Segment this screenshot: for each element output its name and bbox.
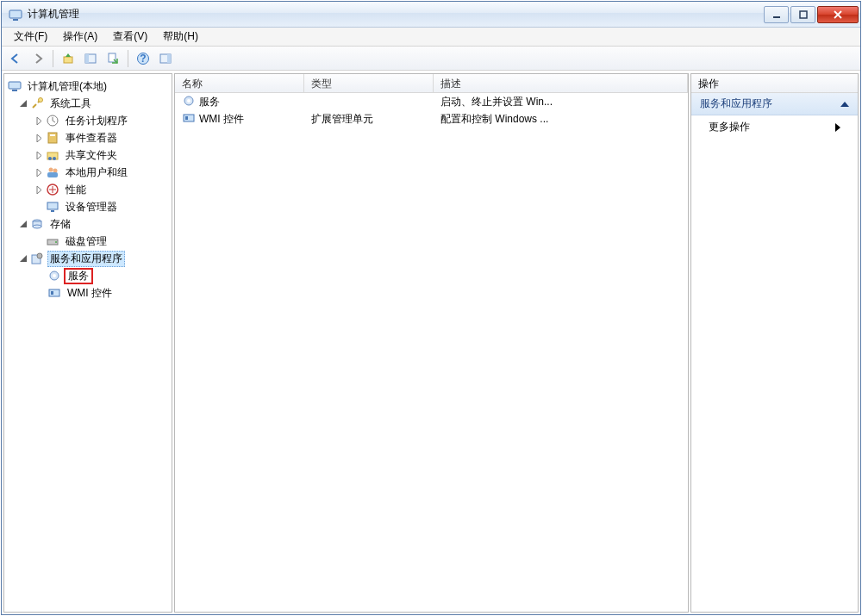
svg-rect-2 xyxy=(773,16,780,18)
svg-point-21 xyxy=(49,168,53,172)
tree-node-shared-folders[interactable]: 共享文件夹 xyxy=(6,146,170,164)
tree-label: 系统工具 xyxy=(47,96,94,112)
computer-management-window: 计算机管理 文件(F) 操作(A) 查看(V) 帮助(H) ? xyxy=(1,1,861,615)
svg-point-35 xyxy=(53,274,56,277)
expand-icon[interactable] xyxy=(34,150,44,160)
spacer xyxy=(34,236,44,246)
expand-icon[interactable] xyxy=(34,167,44,177)
expand-icon[interactable] xyxy=(34,115,44,126)
svg-rect-36 xyxy=(49,289,59,296)
svg-point-33 xyxy=(37,253,42,258)
main-area: 计算机管理(本地) 系统工具 任务计划程序 事件查看器 xyxy=(2,71,860,614)
collapse-icon xyxy=(840,102,849,107)
svg-point-20 xyxy=(53,157,56,160)
tree-node-task-scheduler[interactable]: 任务计划程序 xyxy=(6,112,170,129)
expand-icon[interactable] xyxy=(34,184,44,195)
menu-action[interactable]: 操作(A) xyxy=(56,28,104,46)
menu-view[interactable]: 查看(V) xyxy=(106,28,154,46)
window-buttons xyxy=(764,6,859,23)
tree-label: 任务计划程序 xyxy=(63,113,130,129)
tree-label: 服务 xyxy=(65,269,92,283)
tree-node-services-apps[interactable]: 服务和应用程序 xyxy=(6,250,170,267)
tree-label: 本地用户和组 xyxy=(63,165,130,181)
up-button[interactable] xyxy=(58,48,78,69)
shared-folder-icon xyxy=(46,148,59,162)
toolbar-separator xyxy=(128,50,128,67)
navigation-tree[interactable]: 计算机管理(本地) 系统工具 任务计划程序 事件查看器 xyxy=(4,74,172,612)
tree-label: 磁盘管理 xyxy=(63,233,109,250)
tree-node-event-viewer[interactable]: 事件查看器 xyxy=(6,129,170,146)
show-hide-action-pane-button[interactable] xyxy=(155,48,176,69)
menu-help[interactable]: 帮助(H) xyxy=(156,28,205,46)
storage-icon xyxy=(30,217,44,231)
list-item[interactable]: 服务 启动、终止并设置 Win... xyxy=(175,93,688,110)
svg-point-14 xyxy=(39,98,43,103)
computer-icon xyxy=(8,79,22,93)
svg-point-31 xyxy=(55,241,57,243)
expand-icon[interactable] xyxy=(34,133,44,143)
toolbar-separator xyxy=(53,50,53,67)
svg-rect-26 xyxy=(51,210,54,212)
show-hide-tree-button[interactable] xyxy=(80,48,101,69)
tree-node-device-manager[interactable]: 设备管理器 xyxy=(6,198,170,215)
tree-node-local-users-groups[interactable]: 本地用户和组 xyxy=(6,164,170,181)
svg-rect-12 xyxy=(9,82,21,89)
submenu-arrow-icon xyxy=(835,123,840,132)
list-header: 名称 类型 描述 xyxy=(175,74,688,93)
cell-name: 服务 xyxy=(199,96,220,108)
menu-file[interactable]: 文件(F) xyxy=(7,28,54,46)
svg-rect-0 xyxy=(9,10,22,18)
tree-node-performance[interactable]: 性能 xyxy=(6,181,170,198)
collapse-icon[interactable] xyxy=(18,98,28,109)
svg-point-29 xyxy=(33,225,41,228)
svg-point-39 xyxy=(187,99,191,103)
actions-group-title[interactable]: 服务和应用程序 xyxy=(691,93,858,115)
tree-node-system-tools[interactable]: 系统工具 xyxy=(6,95,170,112)
tree-node-services[interactable]: 服务 xyxy=(6,267,170,284)
collapse-icon[interactable] xyxy=(18,219,28,229)
tree-node-wmi-control[interactable]: WMI 控件 xyxy=(6,284,170,302)
svg-rect-4 xyxy=(64,57,72,63)
back-button[interactable] xyxy=(5,48,26,69)
maximize-button[interactable] xyxy=(790,6,815,23)
svg-rect-25 xyxy=(47,202,58,209)
tree-label: 共享文件夹 xyxy=(63,147,120,164)
forward-button[interactable] xyxy=(28,48,48,69)
export-button[interactable] xyxy=(103,48,123,69)
column-header-description[interactable]: 描述 xyxy=(434,74,688,92)
svg-rect-1 xyxy=(13,19,18,21)
titlebar[interactable]: 计算机管理 xyxy=(2,2,860,28)
svg-rect-23 xyxy=(47,172,58,177)
list-body[interactable]: 服务 启动、终止并设置 Win... WMI 控件 扩展管理单元 配置和控制 W… xyxy=(175,93,688,612)
collapse-icon[interactable] xyxy=(18,253,28,264)
wmi-icon xyxy=(47,286,61,300)
close-button[interactable] xyxy=(817,6,859,23)
list-item[interactable]: WMI 控件 扩展管理单元 配置和控制 Windows ... xyxy=(175,110,688,128)
menubar: 文件(F) 操作(A) 查看(V) 帮助(H) xyxy=(2,28,860,47)
cell-name: WMI 控件 xyxy=(199,113,244,125)
tree-label: WMI 控件 xyxy=(65,285,115,302)
actions-group-label: 服务和应用程序 xyxy=(700,96,772,111)
column-header-name[interactable]: 名称 xyxy=(175,74,304,92)
svg-point-22 xyxy=(53,169,58,173)
help-button[interactable]: ? xyxy=(133,48,153,69)
actions-header: 操作 xyxy=(691,74,858,93)
users-icon xyxy=(46,165,59,179)
app-icon xyxy=(9,8,22,22)
services-apps-icon xyxy=(30,252,44,265)
gear-icon xyxy=(47,269,61,283)
actions-item-label: 更多操作 xyxy=(709,120,750,134)
svg-rect-16 xyxy=(48,133,57,143)
column-header-type[interactable]: 类型 xyxy=(304,74,434,92)
actions-pane: 操作 服务和应用程序 更多操作 xyxy=(690,73,859,613)
svg-point-19 xyxy=(48,157,52,160)
clock-icon xyxy=(46,114,59,128)
tree-node-root[interactable]: 计算机管理(本地) xyxy=(6,78,170,95)
svg-rect-37 xyxy=(51,291,53,295)
tree-node-storage[interactable]: 存储 xyxy=(6,215,170,233)
minimize-button[interactable] xyxy=(764,6,789,23)
tree-node-disk-management[interactable]: 磁盘管理 xyxy=(6,233,170,250)
svg-rect-11 xyxy=(167,54,171,63)
actions-more-item[interactable]: 更多操作 xyxy=(691,115,858,139)
cell-description: 配置和控制 Windows ... xyxy=(434,112,688,127)
